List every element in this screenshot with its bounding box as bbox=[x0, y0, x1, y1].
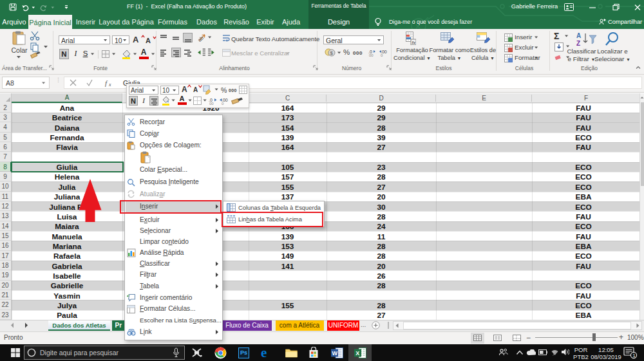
svg-text:00: 00 bbox=[209, 102, 214, 105]
svg-text:00: 00 bbox=[369, 53, 374, 57]
svg-text:f: f bbox=[105, 79, 108, 87]
svg-text:x: x bbox=[108, 82, 111, 87]
svg-text:W: W bbox=[332, 350, 338, 356]
svg-text:Z: Z bbox=[576, 40, 580, 47]
svg-text:$: $ bbox=[330, 50, 334, 56]
svg-text:X: X bbox=[355, 350, 359, 356]
svg-text:1: 1 bbox=[633, 353, 636, 358]
svg-text:fx: fx bbox=[412, 41, 416, 45]
svg-text:A: A bbox=[576, 32, 581, 39]
